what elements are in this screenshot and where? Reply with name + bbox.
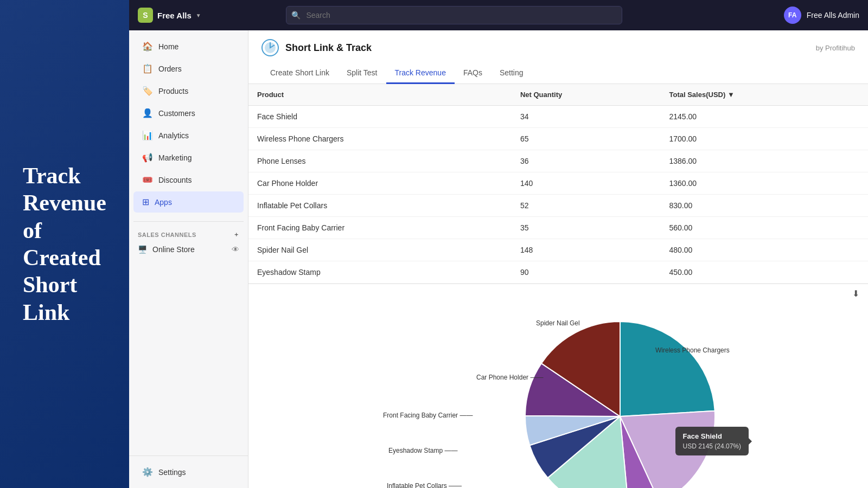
sidebar-item-label: Orders: [158, 65, 182, 73]
settings-label: Settings: [158, 468, 186, 477]
cell-sales: 2145.00: [661, 106, 869, 128]
app-tabs: Create Short Link Split Test Track Reven…: [261, 63, 855, 84]
shopify-icon: S: [138, 8, 153, 23]
add-sales-channel-icon[interactable]: ＋: [233, 230, 240, 239]
sidebar-item-products[interactable]: 🏷️ Products: [133, 80, 244, 101]
pie-segment[interactable]: [620, 322, 715, 416]
sidebar-item-label: Customers: [158, 109, 195, 118]
store-logo[interactable]: S Free Alls ▼: [138, 8, 201, 23]
table-row: Face Shield 34 2145.00: [248, 106, 868, 128]
label-front-facing: Front Facing Baby Carrier ——: [383, 412, 473, 419]
left-text: Track Revenue of Created Short Link: [12, 151, 117, 337]
label-wireless-chargers: Wireless Phone Chargers: [655, 346, 730, 354]
cell-qty: 36: [512, 150, 661, 172]
tooltip-title: Face Shield: [683, 432, 741, 440]
orders-icon: 📋: [142, 63, 153, 74]
cell-sales: 560.00: [661, 217, 869, 239]
sidebar-item-label: Analytics: [158, 131, 189, 140]
settings-icon: ⚙️: [142, 467, 153, 477]
app-title: Short Link & Track: [285, 42, 372, 54]
products-icon: 🏷️: [142, 86, 153, 96]
cell-sales: 1386.00: [661, 150, 869, 172]
left-overlay: Track Revenue of Created Short Link: [0, 0, 129, 488]
sales-channels-section: SALES CHANNELS ＋: [129, 225, 248, 241]
cell-qty: 35: [512, 217, 661, 239]
chart-area: Spider Nail Gel Wireless Phone Chargers …: [248, 303, 868, 488]
tab-create-short-link[interactable]: Create Short Link: [261, 63, 338, 84]
tooltip-arrow: [749, 438, 752, 445]
col-total-sales[interactable]: Total Sales(USD) ▼: [661, 84, 869, 106]
sidebar-item-home[interactable]: 🏠 Home: [133, 36, 244, 57]
pie-chart-svg: [517, 313, 723, 489]
table-row: Eyeshadow Stamp 90 450.00: [248, 261, 868, 284]
label-spider-nail-gel: Spider Nail Gel: [536, 319, 580, 327]
sidebar-item-label: Apps: [155, 198, 172, 207]
cell-product: Eyeshadow Stamp: [248, 261, 512, 284]
sidebar-item-label: Products: [158, 87, 188, 95]
cell-product: Inflatable Pet Collars: [248, 195, 512, 217]
tab-split-test[interactable]: Split Test: [338, 63, 386, 84]
store-name: Free Alls: [157, 11, 192, 20]
cell-qty: 52: [512, 195, 661, 217]
cell-sales: 830.00: [661, 195, 869, 217]
cell-qty: 140: [512, 172, 661, 195]
online-store-label: Online Store: [152, 245, 195, 254]
tab-faqs[interactable]: FAQs: [455, 63, 491, 84]
cell-sales: 480.00: [661, 239, 869, 261]
table-row: Car Phone Holder 140 1360.00: [248, 172, 868, 195]
app-header: Short Link & Track by Profitihub Create …: [248, 30, 868, 84]
eye-icon[interactable]: 👁: [232, 245, 239, 254]
col-product: Product: [248, 84, 512, 106]
sales-channels-label: SALES CHANNELS: [138, 232, 196, 238]
table-footer: ⬇: [248, 284, 868, 303]
table-row: Phone Lenses 36 1386.00: [248, 150, 868, 172]
cell-product: Spider Nail Gel: [248, 239, 512, 261]
sidebar-item-marketing[interactable]: 📢 Marketing: [133, 147, 244, 168]
tab-track-revenue[interactable]: Track Revenue: [386, 63, 455, 84]
search-input[interactable]: [286, 6, 622, 24]
content-area: Short Link & Track by Profitihub Create …: [248, 30, 868, 488]
user-name: Free Alls Admin: [807, 11, 859, 20]
col-net-qty[interactable]: Net Quantity: [512, 84, 661, 106]
table-row: Spider Nail Gel 148 480.00: [248, 239, 868, 261]
sidebar-item-discounts[interactable]: 🎟️ Discounts: [133, 169, 244, 190]
main-row: 🏠 Home 📋 Orders 🏷️ Products 👤 Customers …: [129, 30, 868, 488]
cell-product: Wireless Phone Chargers: [248, 128, 512, 150]
sidebar-item-orders[interactable]: 📋 Orders: [133, 58, 244, 79]
search-bar-container: 🔍: [286, 6, 622, 24]
cell-product: Phone Lenses: [248, 150, 512, 172]
avatar: FA: [784, 7, 801, 24]
download-icon[interactable]: ⬇: [852, 288, 859, 299]
label-eyeshadow: Eyeshadow Stamp ——: [388, 447, 457, 454]
table-row: Front Facing Baby Carrier 35 560.00: [248, 217, 868, 239]
cell-sales: 1700.00: [661, 128, 869, 150]
cell-product: Face Shield: [248, 106, 512, 128]
sidebar-item-apps[interactable]: ⊞ Apps: [133, 191, 244, 213]
sidebar-item-settings[interactable]: ⚙️ Settings: [133, 461, 244, 483]
top-nav: S Free Alls ▼ 🔍 FA Free Alls Admin: [129, 0, 868, 30]
app-logo-icon: [261, 39, 279, 56]
sidebar-item-customers[interactable]: 👤 Customers: [133, 102, 244, 124]
cell-qty: 90: [512, 261, 661, 284]
discounts-icon: 🎟️: [142, 175, 153, 185]
cell-sales: 1360.00: [661, 172, 869, 195]
table-row: Inflatable Pet Collars 52 830.00: [248, 195, 868, 217]
shopify-layout: S Free Alls ▼ 🔍 FA Free Alls Admin 🏠 Hom…: [129, 0, 868, 488]
pie-container: Spider Nail Gel Wireless Phone Chargers …: [248, 303, 868, 488]
sidebar-item-label: Discounts: [158, 176, 192, 184]
chevron-down-icon: ▼: [196, 12, 201, 18]
tooltip-value: USD 2145 (24.07%): [683, 442, 741, 450]
sidebar-item-label: Home: [158, 42, 178, 51]
cell-product: Car Phone Holder: [248, 172, 512, 195]
sidebar: 🏠 Home 📋 Orders 🏷️ Products 👤 Customers …: [129, 30, 248, 488]
sidebar-item-analytics[interactable]: 📊 Analytics: [133, 125, 244, 146]
cell-product: Front Facing Baby Carrier: [248, 217, 512, 239]
online-store-actions: 👁: [232, 245, 239, 254]
sidebar-bottom: ⚙️ Settings: [129, 455, 248, 488]
by-profithub: by Profitihub: [816, 44, 855, 52]
user-area: FA Free Alls Admin: [784, 7, 859, 24]
cell-qty: 34: [512, 106, 661, 128]
tab-setting[interactable]: Setting: [491, 63, 532, 84]
sort-icon: ▼: [727, 91, 735, 99]
sidebar-item-online-store[interactable]: 🖥️ Online Store 👁: [129, 241, 248, 258]
